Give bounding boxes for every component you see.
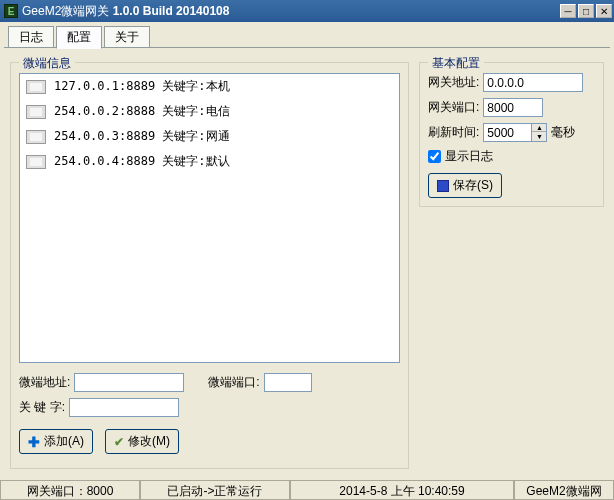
check-icon: ✔ — [114, 435, 124, 449]
tab-about[interactable]: 关于 — [104, 26, 150, 48]
statusbar: 网关端口：8000 已启动->正常运行 2014-5-8 上午 10:40:59… — [0, 480, 614, 500]
gateway-port-input[interactable] — [483, 98, 543, 117]
tab-log[interactable]: 日志 — [8, 26, 54, 48]
close-button[interactable]: ✕ — [596, 4, 612, 18]
spinner-down-icon[interactable]: ▼ — [532, 132, 546, 140]
tabs: 日志 配置 关于 — [0, 22, 614, 48]
list-item-text: 127.0.0.1:8889 关键字:本机 — [54, 78, 230, 95]
refresh-unit: 毫秒 — [551, 124, 575, 141]
modify-button-label: 修改(M) — [128, 433, 170, 450]
modify-button[interactable]: ✔修改(M) — [105, 429, 179, 454]
list-item[interactable]: 254.0.0.2:8888 关键字:电信 — [20, 99, 399, 124]
micro-addr-input[interactable] — [74, 373, 184, 392]
micro-port-label: 微端端口: — [208, 374, 259, 391]
tab-config[interactable]: 配置 — [56, 26, 102, 49]
show-log-label: 显示日志 — [445, 148, 493, 165]
gateway-port-label: 网关端口: — [428, 99, 479, 116]
add-button[interactable]: ✚添加(A) — [19, 429, 93, 454]
status-app: GeeM2微端网关 — [514, 481, 614, 500]
plus-icon: ✚ — [28, 434, 40, 450]
monitor-icon — [26, 130, 46, 144]
save-icon — [437, 180, 449, 192]
list-item-text: 254.0.0.4:8889 关键字:默认 — [54, 153, 230, 170]
keyword-label: 关 键 字: — [19, 399, 65, 416]
micro-addr-label: 微端地址: — [19, 374, 70, 391]
title-prefix: GeeM2微端网关 — [22, 4, 113, 18]
refresh-label: 刷新时间: — [428, 124, 479, 141]
monitor-icon — [26, 80, 46, 94]
monitor-icon — [26, 155, 46, 169]
micro-info-title: 微端信息 — [19, 55, 75, 72]
save-button-label: 保存(S) — [453, 177, 493, 194]
save-button[interactable]: 保存(S) — [428, 173, 502, 198]
minimize-button[interactable]: ─ — [560, 4, 576, 18]
list-item[interactable]: 127.0.0.1:8889 关键字:本机 — [20, 74, 399, 99]
list-item[interactable]: 254.0.0.4:8889 关键字:默认 — [20, 149, 399, 174]
micro-port-input[interactable] — [264, 373, 312, 392]
list-item-text: 254.0.0.3:8889 关键字:网通 — [54, 128, 230, 145]
title-version: 1.0.0 Build 20140108 — [113, 4, 230, 18]
status-port: 网关端口：8000 — [0, 481, 140, 500]
list-item-text: 254.0.0.2:8888 关键字:电信 — [54, 103, 230, 120]
show-log-checkbox[interactable] — [428, 150, 441, 163]
keyword-input[interactable] — [69, 398, 179, 417]
status-state: 已启动->正常运行 — [140, 481, 290, 500]
window-title: GeeM2微端网关 1.0.0 Build 20140108 — [22, 3, 558, 20]
app-icon: E — [4, 4, 18, 18]
list-item[interactable]: 254.0.0.3:8889 关键字:网通 — [20, 124, 399, 149]
spinner-up-icon[interactable]: ▲ — [532, 124, 546, 132]
monitor-icon — [26, 105, 46, 119]
basic-config-title: 基本配置 — [428, 55, 484, 72]
gateway-addr-input[interactable] — [483, 73, 583, 92]
add-button-label: 添加(A) — [44, 433, 84, 450]
maximize-button[interactable]: □ — [578, 4, 594, 18]
refresh-spinner[interactable]: ▲▼ — [483, 123, 547, 142]
micro-list[interactable]: 127.0.0.1:8889 关键字:本机 254.0.0.2:8888 关键字… — [19, 73, 400, 363]
titlebar: E GeeM2微端网关 1.0.0 Build 20140108 ─ □ ✕ — [0, 0, 614, 22]
refresh-input[interactable] — [483, 123, 531, 142]
status-time: 2014-5-8 上午 10:40:59 — [290, 481, 514, 500]
gateway-addr-label: 网关地址: — [428, 74, 479, 91]
